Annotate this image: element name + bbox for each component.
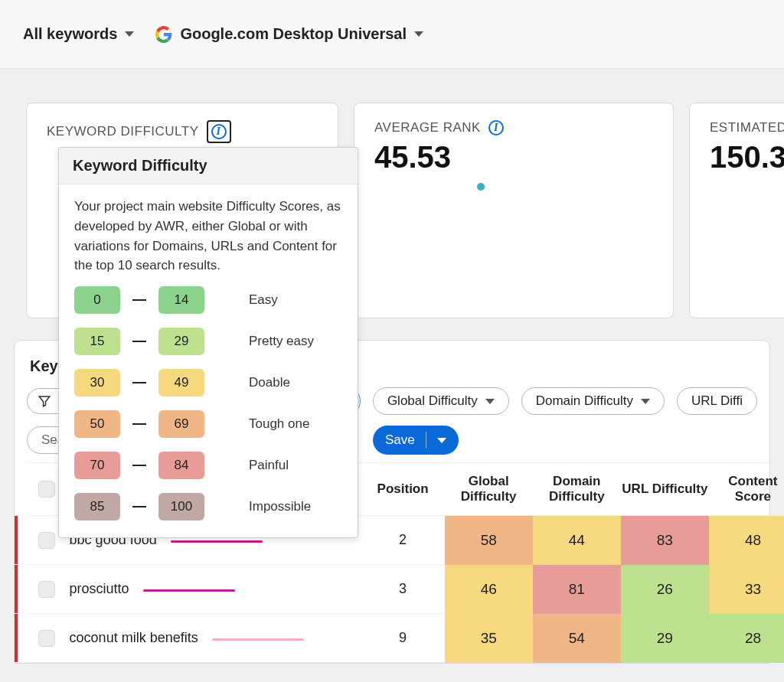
row-checkbox[interactable] (38, 630, 55, 647)
sparkline (212, 635, 304, 641)
cell-position: 3 (361, 581, 445, 597)
cell-url-difficulty: 29 (621, 614, 709, 663)
chevron-down-icon (414, 31, 423, 37)
legend-row: 15 29 Pretty easy (74, 328, 342, 355)
legend-low: 50 (74, 410, 120, 438)
filter-url-difficulty[interactable]: URL Diffi (677, 387, 757, 415)
row-indicator (15, 516, 18, 564)
info-icon-active[interactable] (207, 120, 231, 143)
divider (426, 432, 426, 449)
legend-high: 100 (158, 493, 204, 520)
legend-row: 50 69 Tough one (74, 410, 342, 438)
legend-high: 14 (158, 286, 204, 314)
filter-label: Global Difficulty (387, 393, 478, 409)
legend-low: 15 (74, 328, 120, 355)
row-checkbox[interactable] (38, 532, 55, 549)
legend-high: 49 (158, 369, 204, 396)
cell-content-score: 48 (709, 516, 784, 565)
table-row[interactable]: coconut milk benefits 9 35 54 29 28 (27, 614, 784, 663)
cell-domain-difficulty: 44 (533, 516, 621, 565)
dash-icon (132, 506, 146, 507)
col-url-difficulty[interactable]: URL Difficulty (621, 481, 709, 497)
dash-icon (132, 465, 146, 466)
legend-high: 69 (158, 410, 204, 438)
legend-low: 30 (74, 369, 120, 396)
cell-global-difficulty: 58 (445, 516, 533, 565)
row-indicator (15, 614, 18, 662)
card-estimated: ESTIMATED 150.3k (689, 103, 784, 318)
filter-domain-difficulty[interactable]: Domain Difficulty (521, 387, 665, 415)
save-button[interactable]: Save (373, 426, 459, 455)
cell-domain-difficulty: 81 (533, 565, 621, 614)
legend-row: 85 100 Impossible (74, 493, 342, 520)
tooltip-body-text: Your project main website Difficulty Sco… (74, 197, 342, 276)
legend-label: Easy (249, 290, 278, 310)
dash-icon (132, 423, 146, 425)
search-engine-label: Google.com Desktop Universal (180, 25, 407, 43)
card-average-rank: AVERAGE RANK 45.53 (354, 103, 674, 318)
funnel-icon (37, 394, 52, 408)
legend-label: Doable (249, 373, 290, 393)
info-icon[interactable] (488, 120, 504, 135)
sparkline (143, 586, 235, 592)
col-position[interactable]: Position (361, 481, 445, 497)
cell-content-score: 28 (709, 614, 784, 663)
keywords-filter-dropdown[interactable]: All keywords (23, 25, 134, 43)
legend-high: 84 (158, 452, 204, 479)
dash-icon (132, 341, 146, 342)
row-checkbox[interactable] (38, 581, 55, 598)
tooltip-title: Keyword Difficulty (59, 148, 358, 184)
col-content-score[interactable]: Content Score (709, 474, 784, 504)
difficulty-legend: 0 14 Easy 15 29 Pretty easy 30 49 Doable… (74, 286, 342, 520)
keyword-name: coconut milk benefits (70, 630, 198, 646)
legend-label: Painful (249, 455, 289, 475)
table-row[interactable]: prosciutto 3 46 81 26 33 (27, 565, 784, 614)
cell-position: 9 (361, 630, 445, 646)
cell-global-difficulty: 35 (445, 614, 533, 663)
col-global-difficulty[interactable]: Global Difficulty (445, 474, 533, 504)
legend-row: 0 14 Easy (74, 286, 342, 314)
keywords-filter-label: All keywords (23, 25, 117, 43)
search-engine-dropdown[interactable]: Google.com Desktop Universal (155, 25, 423, 43)
card-title: AVERAGE RANK (374, 120, 481, 135)
legend-label: Tough one (249, 414, 309, 434)
cell-position: 2 (361, 532, 445, 548)
average-rank-value: 45.53 (374, 140, 653, 175)
legend-label: Impossible (249, 497, 311, 517)
dash-icon (132, 299, 146, 301)
chevron-down-icon (641, 399, 650, 404)
legend-row: 30 49 Doable (74, 369, 342, 396)
keyword-name: prosciutto (70, 581, 129, 597)
chevron-down-icon (437, 438, 446, 443)
keyword-difficulty-tooltip: Keyword Difficulty Your project main web… (58, 147, 358, 538)
chevron-down-icon (485, 399, 495, 404)
filter-label: URL Diffi (691, 393, 743, 409)
save-label: Save (385, 432, 415, 448)
estimated-value: 150.3k (710, 140, 784, 175)
legend-row: 70 84 Painful (74, 452, 342, 479)
row-indicator (15, 565, 18, 613)
legend-low: 0 (74, 286, 120, 314)
col-domain-difficulty[interactable]: Domain Difficulty (533, 474, 621, 504)
legend-low: 85 (74, 493, 120, 520)
info-icon (211, 124, 227, 139)
topbar: All keywords Google.com Desktop Universa… (0, 0, 784, 69)
select-all-checkbox[interactable] (38, 481, 55, 498)
filter-label: Domain Difficulty (536, 393, 633, 409)
google-icon (155, 26, 172, 43)
dash-icon (132, 382, 146, 383)
chevron-down-icon (125, 31, 134, 37)
cell-url-difficulty: 26 (621, 565, 709, 614)
legend-high: 29 (158, 328, 204, 355)
cell-url-difficulty: 83 (621, 516, 709, 565)
chart-point (477, 183, 485, 191)
legend-label: Pretty easy (249, 331, 314, 351)
card-title: KEYWORD DIFFICULTY (47, 124, 199, 139)
cell-domain-difficulty: 54 (533, 614, 621, 663)
cell-content-score: 33 (709, 565, 784, 614)
filter-global-difficulty[interactable]: Global Difficulty (373, 387, 509, 415)
legend-low: 70 (74, 452, 120, 479)
cell-global-difficulty: 46 (445, 565, 533, 614)
card-title: ESTIMATED (710, 120, 784, 135)
